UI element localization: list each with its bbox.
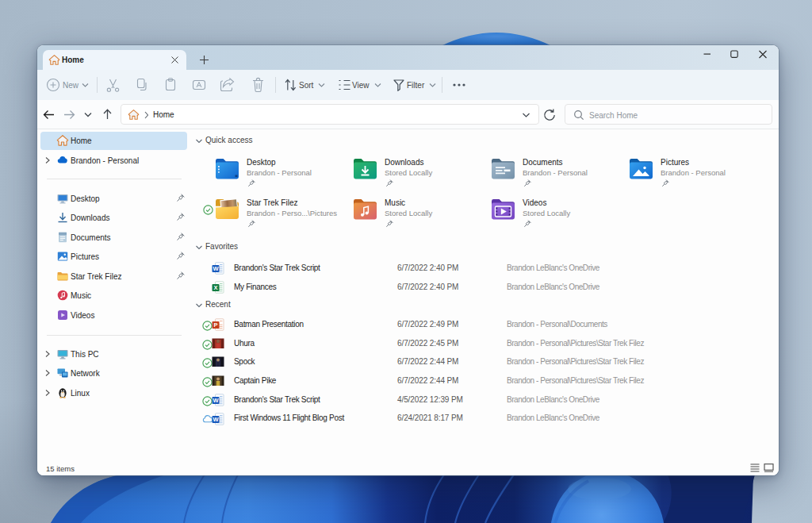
svg-text:X: X <box>213 284 217 291</box>
svg-text:W: W <box>213 265 219 272</box>
svg-text:W: W <box>213 416 219 423</box>
svg-text:W: W <box>213 397 219 404</box>
svg-text:P: P <box>213 321 217 329</box>
